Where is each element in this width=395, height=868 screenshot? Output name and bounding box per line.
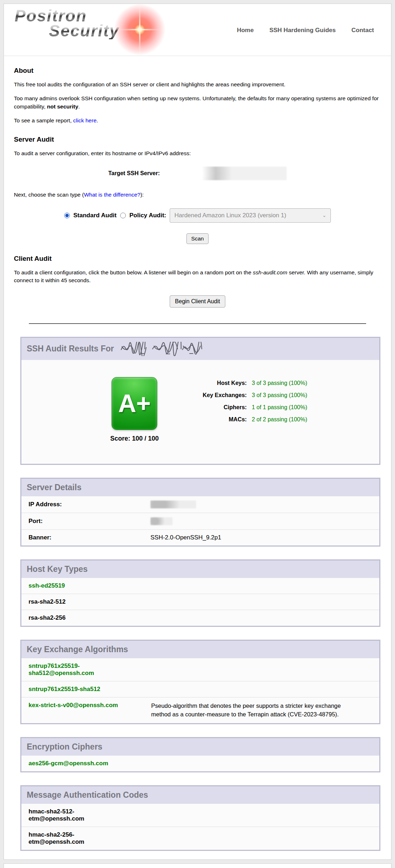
server-details-header: Server Details: [21, 479, 379, 496]
mac-row: hmac-sha2-256-etm@openssh.com: [21, 827, 379, 850]
sample-report-link[interactable]: click here: [73, 117, 96, 123]
macs-header: Message Authentication Codes: [21, 786, 379, 804]
standard-audit-radio[interactable]: [64, 213, 70, 218]
host-key-row: rsa-sha2-256: [21, 610, 379, 626]
redacted-hostname-scribble: [120, 342, 204, 356]
nav-home[interactable]: Home: [237, 27, 253, 34]
grade-column: A+ Score: 100 / 100: [93, 377, 175, 442]
about-paragraph-1: This free tool audits the configuration …: [14, 81, 381, 88]
policy-audit-label[interactable]: Policy Audit:: [129, 212, 166, 219]
about-title: About: [14, 67, 381, 75]
policy-audit-radio[interactable]: [120, 213, 126, 218]
mac-row: hmac-sha2-512-etm@openssh.com: [21, 804, 379, 827]
macs-panel: Message Authentication Codes hmac-sha2-5…: [20, 785, 380, 851]
ip-address-label: IP Address:: [29, 501, 150, 508]
logo-text-line2: Security: [49, 22, 119, 39]
chevron-down-icon: ⌄: [322, 213, 326, 218]
banner-row: Banner: SSH-2.0-OpenSSH_9.2p1: [21, 529, 379, 545]
ip-address-row: IP Address:: [21, 496, 379, 513]
ip-address-redacted-value: [150, 501, 196, 508]
target-ssh-server-input[interactable]: [163, 167, 287, 180]
kex-note: Pseudo-algorithm that denotes the peer s…: [129, 702, 372, 719]
encryption-ciphers-panel: Encryption Ciphers aes256-gcm@openssh.co…: [20, 737, 380, 772]
policy-select-dropdown[interactable]: Hardened Amazon Linux 2023 (version 1) ⌄: [170, 208, 331, 223]
client-audit-button-row: Begin Client Audit: [14, 295, 381, 308]
begin-client-audit-button[interactable]: Begin Client Audit: [170, 295, 225, 308]
cipher-row: aes256-gcm@openssh.com: [21, 756, 379, 771]
nav-ssh-hardening-guides[interactable]: SSH Hardening Guides: [270, 27, 336, 34]
about-p2-bold: not security: [47, 103, 78, 110]
client-audit-title: Client Audit: [14, 255, 381, 263]
target-server-row: Target SSH Server:: [14, 167, 381, 180]
server-details-panel: Server Details IP Address: Port: Banner:…: [20, 478, 380, 547]
about-paragraph-2: Too many admins overlook SSH configurati…: [14, 95, 381, 111]
grade-letter: A+: [118, 389, 150, 418]
host-key-types-header: Host Key Types: [21, 560, 379, 578]
results-panel-header: SSH Audit Results For: [21, 338, 379, 360]
kex-row: sntrup761x25519-sha512@openssh.com: [21, 658, 379, 681]
scan-button[interactable]: Scan: [186, 233, 208, 244]
nav-contact[interactable]: Contact: [352, 27, 374, 34]
key-exchange-header: Key Exchange Algorithms: [21, 641, 379, 658]
banner-label: Banner:: [29, 534, 150, 541]
starburst-icon: [113, 3, 166, 56]
port-redacted-value: [150, 517, 173, 525]
main-nav: Home SSH Hardening Guides Contact: [237, 27, 380, 34]
results-title: SSH Audit Results For: [27, 344, 114, 354]
port-label: Port:: [29, 518, 150, 525]
policy-select-value: Hardened Amazon Linux 2023 (version 1): [174, 212, 286, 219]
scan-button-row: Scan: [14, 233, 381, 244]
encryption-ciphers-header: Encryption Ciphers: [21, 738, 379, 756]
scan-type-line: Next, choose the scan type (What is the …: [14, 191, 381, 199]
stats-row-key-exchanges: Key Exchanges: 3 of 3 passing (100%): [190, 392, 307, 399]
kex-row: sntrup761x25519-sha512: [21, 681, 379, 697]
about-paragraph-3: To see a sample report, click here.: [14, 117, 381, 125]
ssh-audit-results-panel: SSH Audit Results For A+ Score: 100 /: [20, 337, 380, 465]
client-audit-paragraph: To audit a client configuration, click t…: [14, 269, 381, 285]
main-card: Positron Security Home SSH Hardening Gui…: [4, 4, 391, 860]
footer: sshaudit.com Copyright 2017-2023 Positro…: [4, 863, 391, 868]
host-key-row: ssh-ed25519: [21, 578, 379, 594]
results-body: A+ Score: 100 / 100 Host Keys: 3 of 3 pa…: [21, 360, 379, 464]
positron-security-logo[interactable]: Positron Security: [15, 7, 157, 54]
port-row: Port:: [21, 513, 379, 529]
server-audit-intro: To audit a server configuration, enter i…: [14, 149, 381, 157]
section-divider: [29, 323, 366, 324]
site-header: Positron Security Home SSH Hardening Gui…: [4, 4, 391, 56]
banner-value: SSH-2.0-OpenSSH_9.2p1: [150, 534, 221, 541]
scan-type-row: Standard Audit Policy Audit: Hardened Am…: [14, 208, 381, 223]
kex-row: kex-strict-s-v00@openssh.com Pseudo-algo…: [21, 697, 379, 723]
score-text: Score: 100 / 100: [93, 435, 175, 442]
host-key-row: rsa-sha2-512: [21, 594, 379, 610]
key-exchange-panel: Key Exchange Algorithms sntrup761x25519-…: [20, 640, 380, 724]
stats-row-ciphers: Ciphers: 1 of 1 passing (100%): [190, 404, 307, 411]
stats-row-host-keys: Host Keys: 3 of 3 passing (100%): [190, 380, 307, 386]
grade-badge: A+: [112, 377, 157, 430]
results-stats: Host Keys: 3 of 3 passing (100%) Key Exc…: [190, 377, 307, 428]
stats-row-macs: MACs: 2 of 2 passing (100%): [190, 416, 307, 423]
ssh-audit-com-italic: ssh-audit.com: [253, 269, 287, 275]
target-ssh-server-label: Target SSH Server:: [108, 170, 160, 177]
server-audit-title: Server Audit: [14, 136, 381, 143]
what-is-difference-link[interactable]: What is the difference?: [84, 192, 140, 198]
host-key-types-panel: Host Key Types ssh-ed25519 rsa-sha2-512 …: [20, 559, 380, 627]
standard-audit-label[interactable]: Standard Audit: [73, 212, 117, 219]
